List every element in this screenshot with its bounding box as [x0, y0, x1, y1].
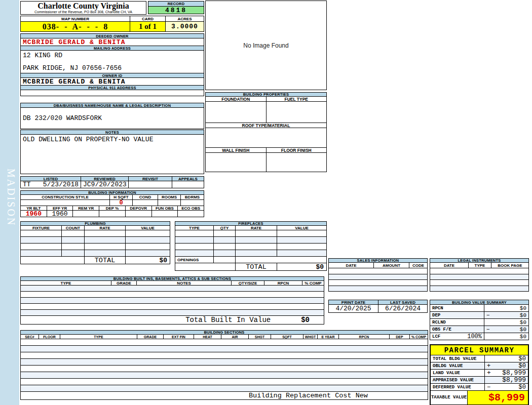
legal-col-type: TYPE — [468, 263, 491, 268]
record-box: RECORD 4818 — [148, 1, 204, 15]
madison-watermark: MADISON — [3, 169, 17, 245]
parcel-row-obldg: OBLDG VALUE +$0 — [431, 362, 528, 370]
print-date-block: PRINT DATE LAST SAVED 4/20/2025 6/26/202… — [328, 300, 428, 313]
sections-col-comp: % COMP — [409, 335, 428, 339]
bdrms-label: BDRMS — [180, 195, 204, 199]
cond-label: COND — [132, 195, 158, 199]
fireplaces-total-value: $0 — [277, 263, 326, 270]
fireplaces-empty-row — [175, 230, 327, 237]
county-subtitle: Commissioner of the Revenue, PO Box 308,… — [21, 10, 146, 14]
built-ins-col-rpcn: RPCN — [264, 281, 302, 285]
building-sections-table: BUILDING SECTIONS SEC# FLOOR TYPE GRADE … — [20, 330, 428, 400]
built-ins-col-comp: % COMP — [302, 281, 324, 285]
ecoobs-label: ECO OBS — [177, 206, 204, 210]
rooms-label: ROOMS — [158, 195, 180, 199]
fireplaces-openings-label: OPENINGS — [175, 257, 213, 263]
property-photo-panel: No Image Found — [205, 1, 327, 90]
property-record-card: MADISON Charlotte County Virginia Commis… — [0, 0, 532, 405]
plumbing-col-value: VALUE — [125, 226, 170, 230]
print-date-label: PRINT DATE — [329, 300, 378, 304]
reviewed-label: REVIEWED — [81, 177, 128, 181]
card-label: CARD — [130, 16, 165, 21]
ecoobs-value — [177, 211, 204, 217]
map-number-value: 038- - A- - - 8 — [21, 22, 130, 31]
plumbing-table: PLUMBING FIXTURE COUNT RATE VALUE TOTAL … — [20, 221, 170, 264]
appeals-value — [172, 181, 204, 188]
sections-col-extfin: EXT FIN — [163, 335, 194, 339]
listed-label: LISTED — [21, 177, 81, 181]
sections-col-air: AIR — [221, 335, 248, 339]
fireplaces-total-label: TOTAL — [235, 263, 277, 270]
sections-col-eyear: E YEAR — [317, 335, 338, 339]
taxable-value-label: TAXABLE VALUE — [431, 391, 467, 404]
plumbing-total-value: $0 — [125, 257, 170, 264]
sections-col-dep: DEP — [389, 335, 409, 339]
hsqft-label: H SQFT — [109, 195, 132, 199]
visits-table: LISTED REVIEWED REVISIT APPEALS TT 5/23/… — [20, 176, 204, 188]
parcel-row-appraised: APPRAISED VALUE $8,999 — [431, 377, 528, 384]
remyr-label: REM YR — [72, 206, 99, 210]
mailing-address-box: 12 KING RD PARK RIDGE, NJ 07656-7656 — [20, 50, 204, 73]
plumbing-empty-row — [20, 230, 170, 237]
plumbing-col-count: COUNT — [61, 226, 84, 230]
plumbing-col-rate: RATE — [84, 226, 125, 230]
reviewed-value: JC 9/20/2023 — [81, 181, 128, 188]
construction-style-value — [21, 200, 109, 206]
built-ins-table: BUILDING BUILT INS, BASEMENTS, ATTICS & … — [20, 276, 324, 325]
no-image-text: No Image Found — [243, 42, 288, 49]
rooms-value — [158, 200, 180, 206]
plumbing-col-fixture: FIXTURE — [21, 226, 61, 230]
sections-empty-row — [20, 345, 428, 352]
sections-col-type: TYPE — [60, 335, 137, 339]
left-margin-strip: MADISON — [0, 0, 19, 405]
sections-col-floor: FLOOR — [39, 335, 60, 339]
parcel-row-deferred: DEFERRED VALUE −$0 — [431, 384, 528, 391]
yrblt-value: 1960 — [21, 211, 47, 217]
plumbing-empty-row — [20, 236, 170, 244]
map-card-acres-table: MAP NUMBER CARD ACRES 038- - A- - - 8 1 … — [20, 16, 204, 32]
sections-empty-row — [20, 358, 428, 366]
fireplaces-col-value: VALUE — [277, 226, 326, 230]
depovr-value — [125, 211, 151, 217]
built-ins-total-label: Total Built In Value — [185, 316, 271, 324]
dep-pct-label: DEP % — [99, 206, 125, 210]
hsqft-value: 0 — [109, 200, 132, 206]
deeded-owner-value: MCBRIDE GERALD & BENITA — [21, 38, 204, 46]
owner-id-value: MCBRIDE GERALD & BENITA — [21, 78, 204, 85]
parcel-row-land: LAND VALUE +$8,999 — [431, 370, 528, 377]
reviewed-date: 9/20/2023 — [91, 181, 127, 188]
foundation-value — [206, 102, 266, 123]
sales-col-code: CODE — [409, 263, 427, 268]
listed-date: 5/23/2018 — [43, 181, 79, 188]
value-summary-row: DEP −$0 — [430, 311, 529, 319]
fuel-type-value — [266, 102, 327, 123]
acres-value: 3.0000 — [165, 22, 204, 31]
county-header: Charlotte County Virginia Commissioner o… — [20, 1, 146, 15]
print-date-value: 4/20/2025 — [329, 305, 378, 312]
sections-col-whgt: WHGT — [303, 335, 317, 339]
wall-finish-value — [206, 153, 266, 172]
foundation-label: FOUNDATION — [206, 97, 266, 101]
map-number-label: MAP NUMBER — [21, 16, 130, 21]
sections-col-shgt: SHGT — [248, 335, 271, 339]
sections-empty-row — [20, 339, 428, 346]
notes-box: OLD DWELLING ON PROPERTY-NO VALUE — [20, 134, 204, 174]
built-ins-total-value: $0 — [301, 316, 310, 324]
physical-address-value — [21, 90, 204, 96]
sales-information-table: SALES INFORMATION DATE AMOUNT CODE — [328, 258, 428, 292]
legal-empty-row — [430, 286, 529, 292]
sections-col-rpcn: RPCN — [338, 335, 389, 339]
plumbing-empty-row — [20, 250, 170, 257]
depovr-label: DEPOVR — [125, 206, 151, 210]
value-summary-row-lcf: LCF100% $0 — [430, 333, 529, 340]
fireplaces-table: FIREPLACES TYPE QTY RATE VALUE OPENINGS … — [175, 221, 327, 271]
roof-label: ROOF TYPE/MATERIAL — [206, 123, 326, 128]
sections-empty-row — [20, 365, 428, 372]
reviewed-initials: JC — [83, 181, 91, 188]
fireplaces-empty-row — [175, 250, 327, 257]
county-title: Charlotte County Virginia — [21, 2, 146, 10]
floor-finish-label: FLOOR FINISH — [266, 148, 327, 152]
value-summary-row: RPCN $0 — [430, 304, 529, 312]
listed-initials: TT — [23, 181, 31, 188]
fireplaces-col-type: TYPE — [175, 226, 213, 230]
